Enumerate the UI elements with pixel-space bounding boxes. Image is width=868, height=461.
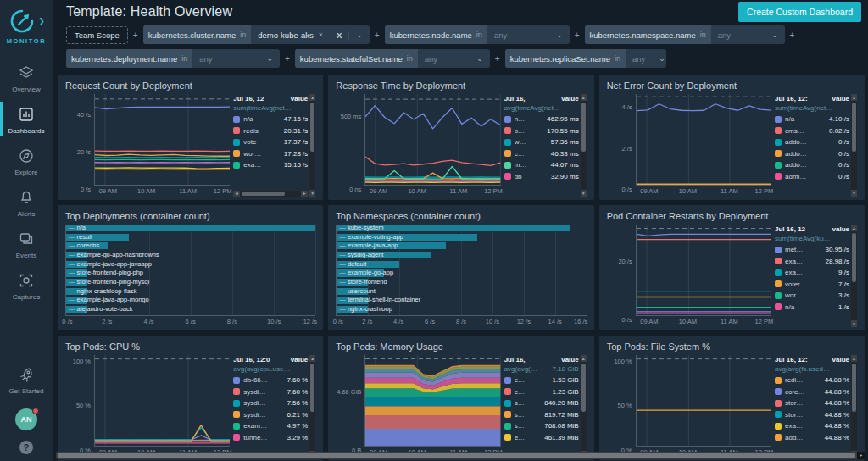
filter-chip-node[interactable]: kubernetes.node.namein any ⌄ — [385, 25, 570, 44]
legend-entry[interactable]: vote17.37 /s — [233, 136, 308, 148]
filter-chip-cluster[interactable]: kubernetes.cluster.namein demo-kube-aks×… — [143, 25, 370, 44]
chevron-down-icon[interactable]: ⌄ — [470, 54, 490, 63]
legend-entry[interactable]: cms…0.02 /s — [775, 125, 849, 137]
legend-entry[interactable]: addo…0 /s — [775, 148, 849, 160]
legend-entry[interactable]: w…57.36 ms — [504, 136, 579, 148]
remove-tag-icon[interactable]: × — [319, 31, 323, 39]
bar-row[interactable]: example-go-app — [337, 269, 586, 276]
legend-entry[interactable]: exa…28.98 /s — [775, 255, 849, 267]
bar-row[interactable]: example-go-app-hashbrowns — [66, 252, 315, 258]
page-horizontal-scrollbar[interactable]: ▸ — [56, 452, 865, 459]
legend-entry[interactable]: db-66…7.60 % — [233, 375, 308, 386]
filter-chip-namespace[interactable]: kubernetes.namespace.namein any ⌄ — [585, 25, 785, 44]
legend-entry[interactable]: tunne…3.29 % — [233, 431, 308, 443]
legend-entry[interactable]: m…44.67 ms — [504, 159, 579, 171]
bar-row[interactable]: default — [337, 261, 586, 268]
chevron-down-icon[interactable]: ⌄ — [259, 54, 280, 63]
create-custom-dashboard-button[interactable]: Create Custom Dashboard — [738, 2, 861, 22]
bar-row[interactable]: terminal-shell-in-container — [337, 297, 586, 303]
legend-entry[interactable]: addo…0 /s — [775, 159, 849, 171]
legend-entry[interactable]: exa…15.15 /s — [233, 159, 308, 171]
scrollbar-thumb[interactable] — [852, 233, 856, 282]
scroll-down-arrow-icon[interactable]: ▼ — [581, 190, 587, 197]
scrollbar-thumb[interactable] — [310, 364, 314, 413]
bar-row[interactable]: nginx-crashloop — [337, 306, 586, 313]
bar-chart-plot[interactable]: n/aresultcorednsexample-go-app-hashbrown… — [65, 225, 315, 316]
legend-entry[interactable]: n…462.95 ms — [504, 114, 579, 125]
legend-entry[interactable]: voter7 /s — [775, 278, 849, 290]
sidebar-item-events[interactable]: Events — [0, 223, 53, 264]
bar-row[interactable]: example-voting-app — [337, 234, 586, 241]
scroll-up-arrow-icon[interactable]: ▲ — [309, 355, 315, 362]
legend-entry[interactable]: stor…44.88 % — [775, 408, 849, 420]
legend-entry[interactable]: n/a1 /s — [775, 301, 849, 313]
legend-horizontal-scrollbar[interactable]: ◄► — [233, 191, 308, 197]
sidebar-item-explore[interactable]: Explore — [0, 140, 53, 181]
filter-chip-deployment[interactable]: kubernetes.deployment.namein any ⌄ — [66, 49, 280, 68]
legend-vertical-scrollbar[interactable]: ▲▼ — [309, 355, 315, 458]
chevron-down-icon[interactable]: ⌄ — [652, 54, 665, 63]
time-chart-plot[interactable] — [364, 355, 500, 447]
scrollbar-thumb[interactable] — [581, 103, 586, 152]
legend-entry[interactable]: db32.90 ms — [504, 171, 579, 183]
bar-row[interactable]: store-frontend-ping-php — [66, 269, 315, 276]
legend-entry[interactable]: exa…44.88 % — [775, 420, 849, 432]
chevron-down-icon[interactable]: ⌄ — [349, 31, 370, 39]
time-chart-plot[interactable] — [636, 355, 771, 447]
legend-entry[interactable]: core…44.88 % — [775, 386, 849, 397]
legend-vertical-scrollbar[interactable]: ▲▼ — [309, 94, 315, 197]
legend-entry[interactable]: e…461.39 MiB — [504, 431, 579, 443]
legend-entry[interactable]: n/a47.15 /s — [233, 114, 308, 125]
scroll-up-arrow-icon[interactable]: ▲ — [581, 355, 587, 362]
help-button[interactable]: ? — [19, 441, 33, 454]
time-chart-plot[interactable] — [94, 94, 230, 186]
legend-entry[interactable]: exam…4.97 % — [233, 420, 308, 432]
sidebar-expand-icon[interactable]: ❯ — [38, 17, 45, 25]
legend-entry[interactable]: wor…3 /s — [775, 290, 849, 302]
sidebar-item-overview[interactable]: Overview — [0, 57, 53, 98]
scroll-down-arrow-icon[interactable]: ▼ — [851, 190, 857, 197]
scrollbar-thumb[interactable] — [310, 103, 314, 152]
scroll-right-arrow-icon[interactable]: ► — [301, 191, 308, 197]
legend-vertical-scrollbar[interactable]: ▲▼ — [851, 94, 857, 197]
scrollbar-thumb[interactable] — [581, 364, 586, 413]
legend-entry[interactable]: sysdi…7.56 % — [233, 397, 308, 409]
bar-chart-plot[interactable]: kube-systemexample-voting-appexample-jav… — [336, 225, 586, 316]
filter-chip-statefulset[interactable]: kubernetes.statefulSet.namein any ⌄ — [295, 49, 490, 68]
scrollbar-thumb[interactable] — [242, 192, 284, 196]
bar-row[interactable]: nginx-crashloop-flask — [66, 288, 315, 295]
legend-entry[interactable]: e…1.23 GiB — [504, 386, 579, 397]
legend-entry[interactable]: redis20.31 /s — [233, 125, 308, 137]
legend-entry[interactable]: stor…44.88 % — [775, 397, 849, 409]
bar-row[interactable]: store-frontend-ping-mysql — [66, 279, 315, 286]
scroll-down-arrow-icon[interactable]: ▼ — [309, 190, 315, 197]
legend-entry[interactable]: sysdi…6.21 % — [233, 408, 308, 420]
legend-entry[interactable]: c…46.33 ms — [504, 148, 579, 160]
chevron-down-icon[interactable]: ⌄ — [765, 31, 785, 39]
scrollbar-thumb[interactable] — [852, 103, 856, 152]
legend-entry[interactable]: addo…0 /s — [775, 136, 849, 148]
legend-vertical-scrollbar[interactable]: ▲▼ — [851, 355, 857, 458]
sidebar-item-alerts[interactable]: Alerts — [0, 181, 53, 223]
legend-entry[interactable]: o…170.55 ms — [504, 125, 579, 137]
scroll-up-arrow-icon[interactable]: ▲ — [309, 94, 315, 101]
filter-chip-replicaset[interactable]: kubernetes.replicaSet.namein any ⌄ — [505, 49, 666, 68]
scroll-down-arrow-icon[interactable]: ▼ — [851, 320, 857, 327]
bar-row[interactable]: n/a — [66, 225, 315, 231]
legend-vertical-scrollbar[interactable]: ▲▼ — [851, 225, 857, 327]
legend-entry[interactable]: add…44.88 % — [775, 431, 849, 443]
bar-row[interactable]: alejandro-vote-back — [66, 306, 315, 313]
legend-entry[interactable]: n/a4.10 /s — [775, 114, 849, 125]
scroll-up-arrow-icon[interactable]: ▲ — [581, 94, 587, 101]
bar-row[interactable]: kube-system — [337, 225, 586, 231]
time-chart-plot[interactable] — [94, 355, 230, 447]
time-chart-plot[interactable] — [636, 94, 771, 186]
bar-row[interactable]: coredns — [66, 242, 315, 249]
bar-row[interactable]: store-frontend — [337, 279, 586, 286]
user-avatar[interactable]: AN — [15, 408, 37, 430]
legend-entry[interactable]: redi…44.88 % — [775, 375, 849, 386]
scroll-left-arrow-icon[interactable]: ◄ — [233, 191, 240, 197]
chevron-down-icon[interactable]: ⌄ — [549, 31, 570, 39]
scroll-up-arrow-icon[interactable]: ▲ — [851, 94, 857, 101]
team-scope-button[interactable]: Team Scope — [66, 26, 128, 44]
